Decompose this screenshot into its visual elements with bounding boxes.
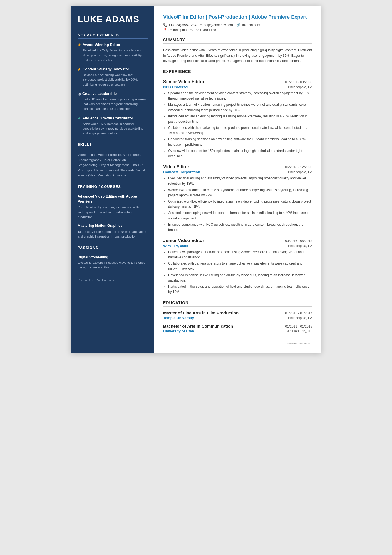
exp-header-2: Video Editor 06/2018 - 12/2020 — [163, 164, 312, 169]
exp-company-3: WPVI-TV, 6abc — [163, 244, 188, 248]
enhancv-brand-name: Enhancv — [102, 278, 114, 282]
candidate-name: LUKE ADAMS — [78, 14, 148, 24]
experience-section-title: EXPERIENCE — [163, 69, 312, 75]
contact-row-2: 📍 Philadelphia, PA ☆ Extra Field — [163, 28, 312, 32]
email-icon: ✉ — [200, 23, 202, 27]
achievement-item: ✔ Audience Growth Contributor Achieved a… — [78, 116, 148, 136]
powered-by-label: Powered by — [78, 278, 94, 282]
enhancv-brand-icon — [96, 278, 101, 282]
exp-header-3: Junior Video Editor 03/2016 - 05/2018 — [163, 238, 312, 243]
bullet-item: Ensured compliance with FCC guidelines, … — [168, 222, 312, 233]
exp-location-3: Philadelphia, PA — [288, 244, 312, 248]
contact-row-1: 📞 +1-(234)-555-1234 ✉ help@enhancv.com 🔗… — [163, 23, 312, 27]
exp-title-2: Video Editor — [163, 164, 189, 169]
exp-location-1: Philadelphia, PA — [288, 85, 312, 89]
achievement-item: ★ Content Strategy Innovator Devised a n… — [78, 67, 148, 87]
exp-sub-1: NBC Universal Philadelphia, PA — [163, 85, 312, 89]
training-desc-1: Completed on Lynda.com, focusing on edit… — [78, 205, 148, 219]
achievement-item: ★ Award-Winning Editor Received the Tell… — [78, 43, 148, 63]
linkedin-text: linkedin.com — [242, 23, 260, 27]
achievement-item: ◎ Creative Leadership Led a 10-member te… — [78, 92, 148, 112]
education-item-2: Bachelor of Arts in Communication 01/201… — [163, 324, 312, 333]
exp-dates-3: 03/2016 - 05/2018 — [285, 239, 312, 243]
achievement-title-4: ✔ Audience Growth Contributor — [78, 116, 148, 120]
main-header: Video/Film Editor | Post-Production | Ad… — [163, 14, 312, 32]
edu-dates-1: 01/2015 - 01/2017 — [285, 311, 312, 315]
edu-header-1: Master of Fine Arts in Film Production 0… — [163, 310, 312, 315]
extra-contact: ☆ Extra Field — [196, 28, 216, 32]
passion-desc-1: Excited to explore innovative ways to te… — [78, 260, 148, 270]
star-icon-1: ★ — [78, 43, 81, 47]
edu-sub-1: Temple University Philadelphia, PA — [163, 316, 312, 320]
phone-icon: 📞 — [163, 23, 167, 27]
enhancv-logo: Enhancv — [96, 278, 114, 282]
summary-section-title: SUMMARY — [163, 38, 312, 44]
footer-website: www.enhancv.com — [287, 342, 312, 345]
job-title: Video/Film Editor | Post-Production | Ad… — [163, 14, 312, 20]
edu-location-2: Salt Lake City, UT — [286, 329, 312, 333]
bullet-item: Managed a team of 4 editors, ensuring pr… — [168, 102, 312, 113]
exp-company-1: NBC Universal — [163, 85, 188, 89]
resume-body: LUKE ADAMS KEY ACHIEVEMENTS ★ Award-Winn… — [71, 6, 321, 353]
resume-wrapper: LUKE ADAMS KEY ACHIEVEMENTS ★ Award-Winn… — [71, 6, 321, 353]
edu-school-1: Temple University — [163, 316, 194, 320]
main-content: Video/Film Editor | Post-Production | Ad… — [154, 6, 321, 353]
experience-item-3: Junior Video Editor 03/2016 - 05/2018 WP… — [163, 238, 312, 295]
achievements-title: KEY ACHIEVEMENTS — [78, 33, 148, 39]
achievement-desc-3: Led a 10-member team in producing a seri… — [78, 97, 148, 112]
exp-sub-2: Comcast Corporation Philadelphia, PA — [163, 170, 312, 174]
exp-bullets-3: Edited news packages for on-air broadcas… — [163, 250, 312, 295]
sidebar-footer: Powered by Enhancv — [78, 278, 148, 282]
main-footer: www.enhancv.com — [163, 342, 312, 345]
bullet-item: Oversaw video content for 150+ episodes,… — [168, 148, 312, 159]
bullet-item: Executed final editing and assembly of v… — [168, 176, 312, 186]
edu-sub-2: University of Utah Salt Lake City, UT — [163, 329, 312, 333]
experience-item-1: Senior Video Editor 01/2021 - 09/2023 NB… — [163, 79, 312, 159]
education-section-title: EDUCATION — [163, 300, 312, 307]
exp-bullets-1: Spearheaded the development of video con… — [163, 91, 312, 159]
email-text: help@enhancv.com — [204, 23, 233, 27]
check-icon: ✔ — [78, 116, 81, 120]
training-title: TRAINING / COURSES — [78, 184, 148, 190]
location-icon: 📍 — [163, 28, 167, 32]
exp-location-2: Philadelphia, PA — [288, 170, 312, 174]
location-text: Philadelphia, PA — [168, 28, 193, 32]
phone-contact: 📞 +1-(234)-555-1234 — [163, 23, 196, 27]
exp-sub-3: WPVI-TV, 6abc Philadelphia, PA — [163, 244, 312, 248]
summary-text: Passionate video editor with 5 years of … — [163, 48, 312, 64]
phone-text: +1-(234)-555-1234 — [168, 23, 196, 27]
bullet-item: Conducted training sessions on new editi… — [168, 137, 312, 147]
sidebar: LUKE ADAMS KEY ACHIEVEMENTS ★ Award-Winn… — [71, 6, 154, 353]
passion-item-1: Digital Storytelling Excited to explore … — [78, 255, 148, 270]
training-title-1: Advanced Video Editing with Adobe Premie… — [78, 194, 148, 204]
exp-company-2: Comcast Corporation — [163, 170, 200, 174]
email-contact: ✉ help@enhancv.com — [200, 23, 233, 27]
bulb-icon: ◎ — [78, 92, 81, 96]
bullet-item: Worked with producers to create storyboa… — [168, 188, 312, 198]
exp-header-1: Senior Video Editor 01/2021 - 09/2023 — [163, 79, 312, 84]
achievement-title-2: ★ Content Strategy Innovator — [78, 67, 148, 71]
edu-school-2: University of Utah — [163, 329, 194, 333]
achievement-desc-4: Achieved a 15% increase in channel subsc… — [78, 122, 148, 136]
edu-degree-1: Master of Fine Arts in Film Production — [163, 310, 239, 315]
education-item-1: Master of Fine Arts in Film Production 0… — [163, 310, 312, 320]
training-title-2: Mastering Motion Graphics — [78, 223, 148, 228]
linkedin-contact: 🔗 linkedin.com — [236, 23, 260, 27]
skills-title: SKILLS — [78, 142, 148, 148]
edu-dates-2: 01/2011 - 01/2015 — [285, 325, 312, 329]
bullet-item: Collaborated with the marketing team to … — [168, 125, 312, 136]
bullet-item: Introduced advanced editing techniques u… — [168, 114, 312, 124]
bullet-item: Collaborated with camera operators to en… — [168, 261, 312, 272]
extra-icon: ☆ — [196, 28, 199, 32]
bullet-item: Developed expertise in live editing and … — [168, 273, 312, 283]
extra-text: Extra Field — [200, 28, 216, 32]
achievement-title-1: ★ Award-Winning Editor — [78, 43, 148, 47]
achievement-title-3: ◎ Creative Leadership — [78, 92, 148, 96]
experience-item-2: Video Editor 06/2018 - 12/2020 Comcast C… — [163, 164, 312, 233]
exp-title-3: Junior Video Editor — [163, 238, 204, 243]
exp-dates-2: 06/2018 - 12/2020 — [285, 165, 312, 169]
training-item-2: Mastering Motion Graphics Taken at Cours… — [78, 223, 148, 239]
achievement-desc-2: Devised a new editing workflow that incr… — [78, 73, 148, 87]
edu-header-2: Bachelor of Arts in Communication 01/201… — [163, 324, 312, 329]
skills-text: Video Editing, Adobe Premiere, After Eff… — [78, 152, 148, 178]
